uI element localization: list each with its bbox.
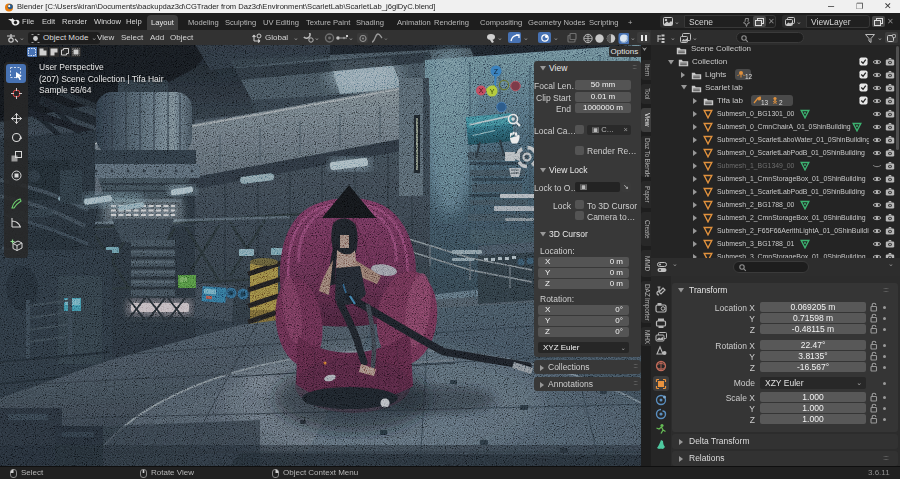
- svg-text:Z: Z: [494, 68, 499, 75]
- svg-text:Y: Y: [490, 88, 495, 95]
- svg-text:X: X: [479, 87, 484, 94]
